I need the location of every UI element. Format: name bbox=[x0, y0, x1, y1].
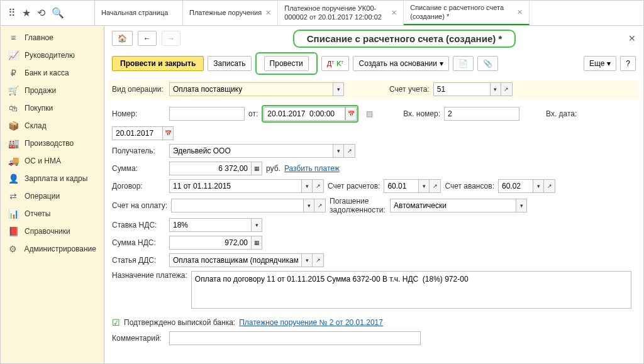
tab-close-icon[interactable]: ✕ bbox=[517, 8, 523, 16]
tab-close-icon[interactable]: ✕ bbox=[391, 9, 397, 17]
sidebar-icon: ≡ bbox=[8, 33, 18, 43]
chevron-down-icon: ▾ bbox=[440, 59, 443, 68]
sidebar-item-9[interactable]: ⇄Операции bbox=[1, 187, 104, 205]
checkbox-checked-icon[interactable]: ☑ bbox=[112, 317, 120, 328]
sidebar-item-1[interactable]: 📈Руководителю bbox=[1, 47, 104, 64]
attach-button[interactable]: 📎 bbox=[477, 56, 498, 71]
forward-button[interactable]: → bbox=[162, 31, 180, 46]
post-and-close-button[interactable]: Провести и закрыть bbox=[112, 56, 204, 71]
dt-kt-button[interactable]: ДᵀKᵀ bbox=[321, 56, 350, 71]
sidebar-item-0[interactable]: ≡Главное bbox=[1, 29, 104, 47]
sidebar-icon: 🛒 bbox=[8, 85, 18, 96]
comment-label: Комментарий: bbox=[112, 334, 165, 343]
advance-acc-label: Счет авансов: bbox=[445, 182, 494, 190]
sidebar-item-8[interactable]: 👤Зарплата и кадры bbox=[1, 170, 104, 187]
account-dropdown[interactable]: ▾ bbox=[490, 82, 501, 96]
account-open[interactable]: ↗ bbox=[501, 82, 513, 96]
contract-input[interactable] bbox=[169, 179, 301, 193]
sum-input[interactable] bbox=[169, 162, 251, 175]
post-button[interactable]: Провести bbox=[264, 56, 309, 71]
vat-rate-input[interactable] bbox=[169, 218, 251, 232]
contract-dropdown[interactable]: ▾ bbox=[301, 179, 313, 193]
invoice-input[interactable] bbox=[171, 199, 303, 212]
apps-icon[interactable]: ⠿ bbox=[8, 7, 16, 19]
star-icon[interactable]: ★ bbox=[22, 7, 31, 19]
in-date-input[interactable] bbox=[112, 126, 162, 140]
close-icon[interactable]: ✕ bbox=[628, 33, 636, 43]
tab-1[interactable]: Платежные поручения✕ bbox=[183, 1, 278, 25]
number-input[interactable] bbox=[169, 107, 245, 121]
recipient-label: Получатель: bbox=[112, 146, 165, 155]
sidebar-item-4[interactable]: 🛍Покупки bbox=[1, 99, 104, 117]
dds-open[interactable]: ↗ bbox=[313, 253, 324, 267]
contract-open[interactable]: ↗ bbox=[313, 179, 324, 193]
tab-0[interactable]: Начальная страница bbox=[95, 1, 183, 25]
tab-close-icon[interactable]: ✕ bbox=[265, 9, 271, 17]
create-based-button[interactable]: Создать на основании ▾ bbox=[353, 56, 449, 71]
dds-input[interactable] bbox=[169, 253, 301, 267]
page-title: Списание с расчетного счета (создание) * bbox=[293, 30, 516, 48]
account-label: Счет учета: bbox=[389, 85, 430, 94]
invoice-open[interactable]: ↗ bbox=[314, 199, 326, 212]
vat-rate-dropdown[interactable]: ▾ bbox=[251, 218, 262, 232]
topbar: ⠿ ★ ⟲ 🔍 Начальная страницаПлатежные пору… bbox=[1, 1, 643, 26]
sidebar-item-2[interactable]: ₽Банк и касса bbox=[1, 64, 104, 82]
sidebar-item-11[interactable]: 📕Справочники bbox=[1, 223, 104, 240]
save-button[interactable]: Записать bbox=[208, 56, 251, 71]
sidebar-item-3[interactable]: 🛒Продажи bbox=[1, 82, 104, 99]
purpose-input[interactable] bbox=[191, 271, 631, 309]
in-date-calendar[interactable]: 📅 bbox=[162, 126, 174, 140]
settle-acc-open[interactable]: ↗ bbox=[430, 179, 441, 193]
settle-acc-input[interactable] bbox=[384, 179, 418, 193]
tab-3[interactable]: Списание с расчетного счета (создание) *… bbox=[404, 1, 530, 25]
doc-icon[interactable]: ▤ bbox=[366, 109, 373, 118]
recipient-open[interactable]: ↗ bbox=[344, 144, 355, 158]
sidebar-item-7[interactable]: 🚚ОС и НМА bbox=[1, 152, 104, 170]
in-number-input[interactable] bbox=[444, 107, 519, 121]
recipient-input[interactable] bbox=[169, 144, 333, 158]
help-button[interactable]: ? bbox=[620, 56, 636, 71]
confirmed-link[interactable]: Платежное поручение № 2 от 20.01.2017 bbox=[239, 318, 383, 327]
op-type-input[interactable] bbox=[169, 82, 333, 96]
print-button[interactable]: 📄 bbox=[453, 56, 474, 71]
home-button[interactable]: 🏠 bbox=[112, 31, 133, 46]
history-icon[interactable]: ⟲ bbox=[37, 7, 45, 19]
tab-label: Начальная страница bbox=[101, 9, 168, 17]
sum-calc[interactable]: ▦ bbox=[251, 162, 262, 175]
sidebar-icon: 📕 bbox=[8, 226, 18, 236]
date-calendar[interactable]: 📅 bbox=[345, 107, 357, 121]
sidebar-label: Производство bbox=[25, 139, 74, 148]
sidebar-item-10[interactable]: 📊Отчеты bbox=[1, 205, 104, 223]
settle-acc-dropdown[interactable]: ▾ bbox=[418, 179, 430, 193]
more-button[interactable]: Еще ▾ bbox=[584, 56, 616, 71]
contract-label: Договор: bbox=[112, 182, 165, 190]
confirmed-label: Подтверждено выпиской банка: bbox=[124, 318, 235, 327]
sidebar-icon: ₽ bbox=[8, 68, 18, 78]
sidebar-icon: 📈 bbox=[8, 50, 18, 60]
split-payment-link[interactable]: Разбить платеж bbox=[284, 164, 340, 173]
debt-label: Погашение задолженности: bbox=[330, 197, 386, 214]
sidebar-item-5[interactable]: 📦Склад bbox=[1, 117, 104, 135]
recipient-dropdown[interactable]: ▾ bbox=[333, 144, 344, 158]
advance-acc-input[interactable] bbox=[498, 179, 533, 193]
debt-input[interactable] bbox=[390, 199, 516, 212]
tab-2[interactable]: Платежное поручение УК00-000002 от 20.01… bbox=[278, 1, 404, 25]
from-label: от: bbox=[248, 109, 258, 118]
advance-acc-open[interactable]: ↗ bbox=[544, 179, 555, 193]
sidebar-item-12[interactable]: ⚙Администрирование bbox=[1, 240, 104, 258]
comment-input[interactable] bbox=[169, 331, 421, 345]
tabs: Начальная страницаПлатежные поручения✕Пл… bbox=[95, 1, 643, 25]
op-type-dropdown[interactable]: ▾ bbox=[333, 82, 344, 96]
date-input[interactable] bbox=[264, 107, 345, 121]
vat-sum-calc[interactable]: ▦ bbox=[251, 236, 262, 250]
back-button[interactable]: ← bbox=[138, 31, 157, 46]
debt-dropdown[interactable]: ▾ bbox=[516, 199, 527, 212]
toolbar: Провести и закрыть Записать Провести ДᵀK… bbox=[112, 52, 636, 75]
dds-dropdown[interactable]: ▾ bbox=[301, 253, 313, 267]
search-icon[interactable]: 🔍 bbox=[52, 7, 64, 19]
sidebar-item-6[interactable]: 🏭Производство bbox=[1, 135, 104, 152]
vat-sum-input[interactable] bbox=[169, 236, 251, 250]
account-input[interactable] bbox=[433, 82, 490, 96]
advance-acc-dropdown[interactable]: ▾ bbox=[533, 179, 544, 193]
invoice-dropdown[interactable]: ▾ bbox=[303, 199, 314, 212]
